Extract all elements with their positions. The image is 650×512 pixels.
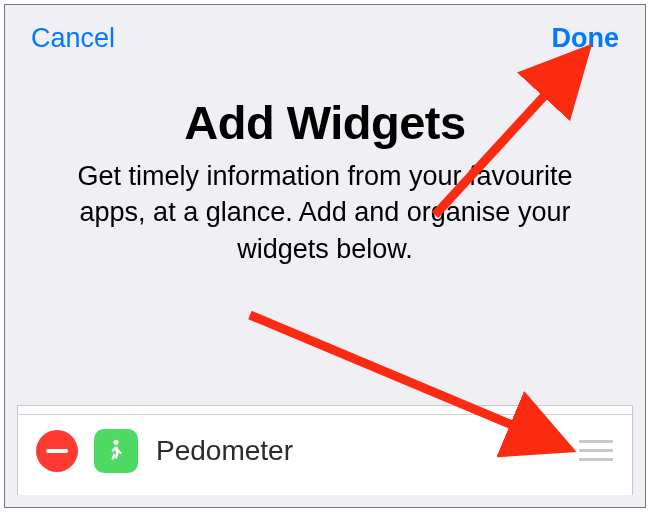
svg-point-0: [113, 439, 118, 444]
cancel-button[interactable]: Cancel: [31, 23, 115, 54]
screen: Cancel Done Add Widgets Get timely infor…: [4, 4, 646, 508]
navbar: Cancel Done: [5, 5, 645, 65]
page-title: Add Widgets: [53, 95, 597, 150]
walker-icon: [94, 429, 138, 473]
done-button[interactable]: Done: [552, 23, 620, 54]
list-item-label: Pedometer: [156, 435, 574, 467]
drag-handle-icon[interactable]: [574, 429, 618, 473]
widget-list: Pedometer: [17, 405, 633, 495]
header: Add Widgets Get timely information from …: [5, 65, 645, 267]
page-subtitle: Get timely information from your favouri…: [53, 158, 597, 267]
list-item: Pedometer: [18, 414, 632, 486]
remove-button[interactable]: [36, 430, 78, 472]
